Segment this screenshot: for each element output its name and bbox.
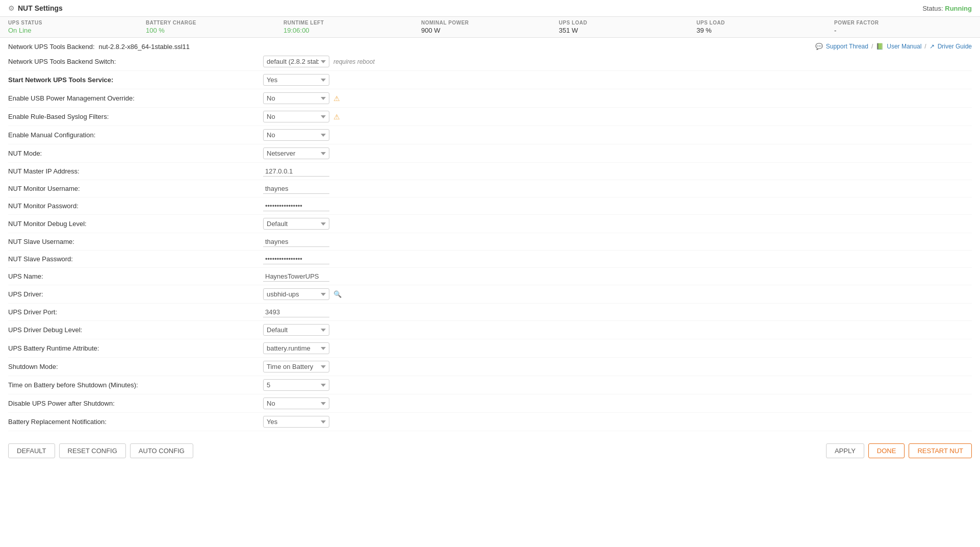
field-select-19[interactable]: NoYes [263,397,329,409]
status-label: Status: [922,5,943,12]
form-row-11: NUT Slave Password: [8,251,972,268]
ups-stat-value-0: On Line [8,27,146,34]
arrow-icon: ↗ [930,43,935,50]
form-row-4: Enable Manual Configuration:NoYes [8,126,972,144]
field-select-13[interactable]: usbhid-ups [263,288,329,300]
field-select-4[interactable]: NoYes [263,129,329,141]
field-value-15: Default [263,324,329,336]
field-input-6[interactable] [263,166,329,177]
backend-value: nut-2.8.2-x86_64-1stable.ssl11 [99,43,190,51]
field-value-8 [263,201,329,211]
field-select-9[interactable]: Default [263,218,329,230]
field-label-16: UPS Battery Runtime Attribute: [8,344,263,352]
ups-stat-value-1: 100 % [146,27,283,34]
field-value-9: Default [263,218,329,230]
default-button[interactable]: DEFAULT [8,443,55,458]
auto-config-button[interactable]: AUTO CONFIG [130,443,193,458]
form-row-13: UPS Driver:usbhid-ups🔍 [8,285,972,304]
field-password-11[interactable] [263,254,329,264]
field-label-11: NUT Slave Password: [8,255,263,263]
field-label-0: Network UPS Tools Backend Switch: [8,58,263,65]
field-select-17[interactable]: Time on Battery [263,361,329,372]
field-select-16[interactable]: battery.runtime [263,342,329,354]
ups-stat-value-4: 351 W [559,27,697,34]
ups-stat-value-3: 900 W [421,27,559,34]
field-select-0[interactable]: default (2.8.2 stable) [263,56,329,67]
ups-stat-label-6: POWER FACTOR [834,20,972,26]
ups-stat-4: UPS LOAD351 W [559,20,697,34]
buttons-left: DEFAULTRESET CONFIGAUTO CONFIG [8,443,193,458]
field-label-5: NUT Mode: [8,150,263,157]
support-thread-link[interactable]: Support Thread [826,43,868,50]
field-label-17: Shutdown Mode: [8,363,263,370]
ups-stat-0: UPS STATUSOn Line [8,20,146,34]
apply-button[interactable]: APPLY [826,443,864,458]
field-value-6 [263,166,329,177]
field-select-3[interactable]: NoYes [263,111,329,122]
field-value-16: battery.runtime [263,342,329,354]
chat-icon: 💬 [815,43,823,50]
form-row-20: Battery Replacement Notification:YesNo [8,413,972,431]
gear-icon: ⚙ [8,4,15,12]
field-input-7[interactable] [263,184,329,194]
field-label-9: NUT Monitor Debug Level: [8,220,263,228]
ups-status-bar: UPS STATUSOn LineBATTERY CHARGE100 %RUNT… [0,17,980,38]
field-value-20: YesNo [263,416,329,428]
search-icon[interactable]: 🔍 [333,290,342,298]
field-label-13: UPS Driver: [8,290,263,298]
field-input-10[interactable] [263,237,329,247]
driver-guide-link[interactable]: Driver Guide [938,43,972,50]
backend-label: Network UPS Tools Backend: [8,43,95,51]
ups-stat-label-3: NOMINAL POWER [421,20,559,26]
field-label-10: NUT Slave Username: [8,238,263,245]
field-select-5[interactable]: Netserver [263,147,329,159]
field-label-18: Time on Battery before Shutdown (Minutes… [8,381,263,389]
field-label-14: UPS Driver Port: [8,308,263,316]
ups-stat-5: UPS LOAD39 % [697,20,834,34]
warning-icon: ⚠ [333,94,340,103]
field-select-2[interactable]: NoYes [263,92,329,104]
form-row-17: Shutdown Mode:Time on Battery [8,358,972,376]
field-value-10 [263,237,329,247]
buttons-row: DEFAULTRESET CONFIGAUTO CONFIGAPPLYDONER… [8,435,972,458]
form-row-6: NUT Master IP Address: [8,163,972,180]
restart-nut-button[interactable]: RESTART NUT [909,443,972,458]
form-row-18: Time on Battery before Shutdown (Minutes… [8,376,972,394]
field-label-2: Enable USB Power Management Override: [8,94,263,102]
field-select-15[interactable]: Default [263,324,329,336]
field-select-18[interactable]: 5 [263,379,329,391]
done-button[interactable]: DONE [868,443,905,458]
field-input-14[interactable] [263,307,329,317]
form-row-10: NUT Slave Username: [8,233,972,251]
field-value-13: usbhid-ups🔍 [263,288,342,300]
user-manual-link[interactable]: User Manual [887,43,921,50]
field-label-6: NUT Master IP Address: [8,167,263,175]
buttons-right: APPLYDONERESTART NUT [826,443,972,458]
form-row-1: Start Network UPS Tools Service:YesNo [8,71,972,89]
field-value-3: NoYes⚠ [263,111,340,122]
field-value-18: 5 [263,379,329,391]
separator-2: / [924,43,926,50]
form-row-9: NUT Monitor Debug Level:Default [8,215,972,233]
warning-icon: ⚠ [333,113,340,121]
field-input-12[interactable] [263,271,329,282]
field-select-20[interactable]: YesNo [263,416,329,428]
ups-stat-1: BATTERY CHARGE100 % [146,20,283,34]
reset-config-button[interactable]: RESET CONFIG [59,443,126,458]
form-row-7: NUT Monitor Username: [8,180,972,197]
field-label-15: UPS Driver Debug Level: [8,326,263,334]
field-value-2: NoYes⚠ [263,92,340,104]
form-row-8: NUT Monitor Password: [8,197,972,215]
main-content: Network UPS Tools Backend Switch:default… [0,53,980,466]
form-row-5: NUT Mode:Netserver [8,144,972,163]
status-area: Status: Running [922,5,972,12]
status-value: Running [945,5,972,12]
ups-stat-label-1: BATTERY CHARGE [146,20,283,26]
field-value-17: Time on Battery [263,361,329,372]
field-label-19: Disable UPS Power after Shutdown: [8,400,263,407]
field-value-7 [263,184,329,194]
field-label-12: UPS Name: [8,272,263,280]
separator-1: / [871,43,873,50]
field-select-1[interactable]: YesNo [263,74,329,86]
field-password-8[interactable] [263,201,329,211]
